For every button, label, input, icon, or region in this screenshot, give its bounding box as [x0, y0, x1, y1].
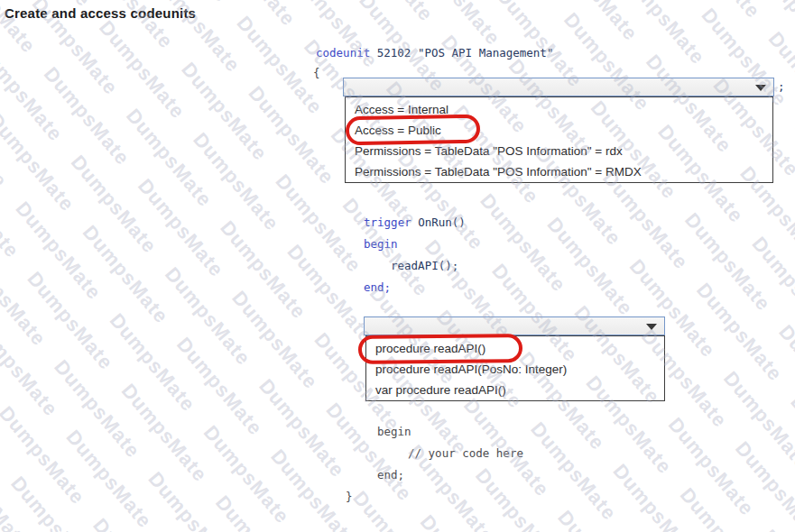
code-line-end-2: end; — [377, 468, 404, 482]
page-title: Create and access codeunits — [5, 5, 196, 21]
code-comment: // your code here — [408, 446, 523, 460]
open-brace: { — [313, 66, 320, 79]
dropdown-option-permissions-rdx[interactable]: Permissions = TableData "POS Information… — [346, 141, 772, 161]
trigger-name: OnRun() — [411, 216, 466, 229]
code-line-begin: begin — [364, 237, 398, 251]
code-line-begin-2: begin — [377, 425, 411, 438]
procedure-dropdown[interactable] — [364, 316, 665, 335]
dropdown-option-permissions-rmdx[interactable]: Permissions = TableData "POS Information… — [346, 161, 772, 182]
keyword-codeunit: codeunit — [316, 46, 370, 60]
close-brace: } — [346, 490, 353, 503]
codeunit-name: 52102 "POS API Management" — [370, 46, 553, 60]
semicolon-after-dropdown: ; — [778, 79, 785, 93]
dropdown-option-procedure-readapi[interactable]: procedure readAPI() — [366, 338, 664, 359]
procedure-dropdown-list: procedure readAPI() procedure readAPI(Po… — [365, 335, 665, 401]
dropdown-option-var-procedure-readapi[interactable]: var procedure readAPI() — [366, 380, 664, 400]
code-line-codeunit: codeunit 52102 "POS API Management" — [316, 46, 553, 60]
access-dropdown[interactable] — [343, 78, 774, 96]
dropdown-option-procedure-readapi-posno[interactable]: procedure readAPI(PosNo: Integer) — [366, 359, 664, 380]
dropdown-arrow-icon — [646, 324, 657, 330]
dropdown-arrow-icon — [755, 85, 766, 91]
question-canvas: Create and access codeunits codeunit 521… — [0, 0, 795, 532]
code-line-readapi-call: readAPI(); — [391, 259, 458, 272]
dropdown-option-access-public[interactable]: Access = Public — [346, 120, 772, 141]
code-line-end: end; — [364, 280, 391, 294]
keyword-trigger: trigger — [364, 216, 411, 229]
watermark-text: DumpsMate DumpsMate DumpsMate DumpsMate … — [0, 28, 383, 532]
code-line-trigger: trigger OnRun() — [364, 216, 466, 229]
dropdown-option-access-internal[interactable]: Access = Internal — [346, 99, 772, 120]
access-dropdown-list: Access = Internal Access = Public Permis… — [345, 96, 773, 183]
